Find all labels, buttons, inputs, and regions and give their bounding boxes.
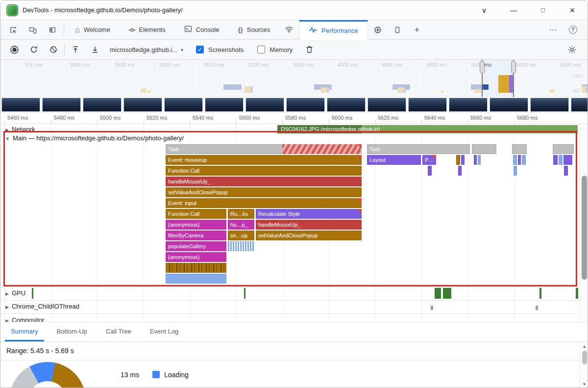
network-request-bar[interactable]: DSC04162.JPG (microsoftedge.github.io): [277, 125, 578, 133]
window-maximize-button[interactable]: □: [537, 4, 549, 16]
screenshot-thumbnail[interactable]: [449, 98, 488, 112]
flame-bar[interactable]: [166, 263, 226, 273]
gpu-activity-bar[interactable]: [576, 288, 578, 299]
tab-elements[interactable]: </> Elements: [120, 20, 175, 39]
flame-bar[interactable]: [458, 166, 462, 176]
flame-bar[interactable]: [514, 166, 517, 176]
selection-handle-grip[interactable]: [511, 61, 516, 74]
tab-console[interactable]: Console: [175, 20, 229, 39]
flame-bar[interactable]: handleMouseUp_: [166, 177, 362, 186]
inspect-element-icon[interactable]: [3, 20, 23, 39]
device-frame-icon[interactable]: [388, 20, 407, 39]
network-conditions-wifi-icon[interactable]: [279, 20, 299, 39]
window-chevron-down-icon[interactable]: ∨: [478, 4, 490, 16]
more-options-icon[interactable]: ⋯: [543, 20, 563, 39]
trash-icon[interactable]: [299, 40, 319, 59]
scroll-down-arrow-icon[interactable]: ▼: [580, 382, 588, 387]
summary-scrollbar[interactable]: ▲ ▼: [580, 342, 588, 388]
window-minimize-button[interactable]: —: [507, 4, 520, 16]
screenshot-thumbnail[interactable]: [123, 98, 162, 112]
flame-bar[interactable]: Recalculate Style: [256, 209, 362, 219]
flame-bar[interactable]: setValueAndClosePopup: [166, 187, 362, 197]
save-profile-button[interactable]: [85, 40, 105, 59]
tab-performance[interactable]: Performance: [299, 20, 368, 40]
screenshot-thumbnail[interactable]: [490, 98, 528, 112]
dock-side-icon[interactable]: [43, 20, 62, 39]
load-profile-button[interactable]: [66, 40, 85, 59]
history-select[interactable]: microsoftedge.github.i... ▾: [110, 46, 183, 53]
selection-handle-grip[interactable]: [480, 61, 485, 74]
io-thread-track-header[interactable]: ▶Chrome_ChildIOThread: [5, 303, 79, 310]
flame-bar[interactable]: [228, 241, 254, 251]
screenshot-thumbnail[interactable]: [245, 98, 284, 112]
screenshot-thumbnail[interactable]: [1, 98, 40, 112]
record-button[interactable]: [4, 40, 24, 59]
flame-bar[interactable]: (anonymous): [166, 252, 226, 262]
window-close-button[interactable]: ×: [566, 4, 579, 16]
selection-handle-right[interactable]: [513, 60, 514, 97]
flame-bar[interactable]: setValueAndClosePopup: [256, 231, 362, 240]
screenshot-thumbnail[interactable]: [286, 98, 325, 112]
flame-bar[interactable]: [456, 155, 460, 165]
flame-bar[interactable]: Task: [166, 144, 362, 154]
tab-bottom-up[interactable]: Bottom-Up: [51, 322, 93, 341]
capture-settings-gear-icon[interactable]: [562, 40, 582, 59]
tab-sources[interactable]: {} Sources: [228, 20, 279, 39]
flame-bar[interactable]: filterByCamera: [166, 231, 226, 240]
screenshot-thumbnail[interactable]: [42, 98, 81, 112]
flame-bar[interactable]: [478, 155, 481, 165]
flame-bar[interactable]: [474, 155, 477, 165]
gpu-activity-bar[interactable]: [539, 288, 541, 299]
screenshot-thumbnail[interactable]: [368, 98, 406, 112]
gpu-activity-bar[interactable]: [244, 288, 245, 299]
io-activity-bar[interactable]: [536, 306, 538, 310]
flame-bar[interactable]: (anonymous): [166, 220, 226, 230]
machine-chip-icon[interactable]: [368, 20, 388, 39]
flame-bar[interactable]: [559, 155, 563, 165]
tab-welcome[interactable]: ⌂ Welcome: [66, 20, 120, 39]
gpu-activity-bar[interactable]: [435, 288, 441, 299]
flame-bar[interactable]: [564, 155, 572, 165]
selection-handle-left[interactable]: [482, 60, 483, 97]
device-emulation-icon[interactable]: [23, 20, 43, 39]
memory-toggle[interactable]: Memory: [257, 46, 293, 53]
flame-bar[interactable]: Function Call: [166, 166, 362, 176]
flame-bar[interactable]: [472, 144, 496, 154]
help-icon[interactable]: ?: [563, 20, 583, 39]
scroll-up-arrow-icon[interactable]: ▲: [580, 344, 588, 349]
screenshot-thumbnail[interactable]: [164, 98, 203, 112]
flame-bar[interactable]: Ru…ks: [228, 209, 254, 219]
screenshot-thumbnail[interactable]: [530, 98, 569, 112]
flame-bar[interactable]: se…up: [228, 231, 254, 240]
flame-bar[interactable]: [513, 155, 517, 165]
disclosure-collapsed-icon[interactable]: ▶: [5, 305, 9, 310]
gpu-activity-bar[interactable]: [443, 288, 451, 299]
tracks-scrollbar[interactable]: [580, 124, 588, 322]
gpu-track-header[interactable]: ▶GPU: [5, 289, 25, 297]
screenshot-thumbnail[interactable]: [327, 98, 366, 112]
network-track-header[interactable]: ▶Network: [5, 126, 35, 133]
clear-recording-button[interactable]: [44, 40, 63, 59]
flame-bar[interactable]: [522, 155, 526, 165]
disclosure-collapsed-icon[interactable]: ▶: [5, 128, 9, 132]
flame-bar[interactable]: Layout: [367, 155, 421, 165]
memory-checkbox-unchecked[interactable]: [257, 46, 265, 53]
screenshot-thumbnail[interactable]: [83, 98, 122, 112]
tab-event-log[interactable]: Event Log: [144, 322, 185, 341]
main-track-header[interactable]: ▼Main — https://microsoftedge.github.io/…: [5, 134, 184, 142]
tab-call-tree[interactable]: Call Tree: [100, 322, 137, 341]
flame-bar[interactable]: [518, 155, 521, 165]
tab-summary[interactable]: Summary: [5, 322, 44, 341]
flame-bar[interactable]: [428, 166, 432, 176]
tracks-scrollbar-thumb[interactable]: [582, 176, 587, 280]
compositor-track-header[interactable]: ▶Compositor: [5, 316, 44, 322]
gpu-activity-bar[interactable]: [32, 288, 33, 299]
flame-bar[interactable]: Function Call: [166, 209, 226, 219]
flame-bar[interactable]: [553, 155, 558, 165]
io-activity-bar[interactable]: [431, 306, 433, 310]
flame-bar[interactable]: P…: [422, 155, 436, 165]
disclosure-collapsed-icon[interactable]: ▶: [5, 291, 9, 296]
reload-and-record-button[interactable]: [24, 40, 44, 59]
flame-bar[interactable]: Task: [367, 144, 470, 154]
flame-bar[interactable]: [564, 166, 568, 176]
